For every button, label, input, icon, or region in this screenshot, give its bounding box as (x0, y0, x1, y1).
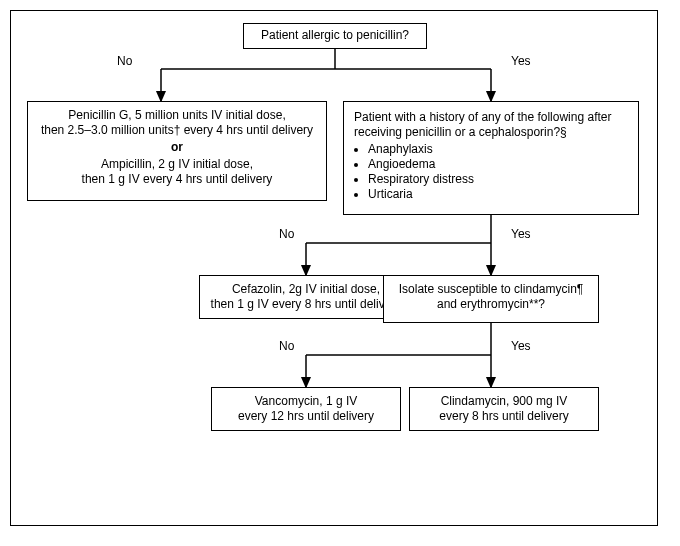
line: then 1 g IV every 8 hrs until delivery (208, 297, 404, 312)
branch-label-no: No (117, 54, 132, 68)
text: Patient allergic to penicillin? (261, 28, 409, 42)
line: then 2.5–3.0 million units† every 4 hrs … (36, 123, 318, 138)
line: then 1 g IV every 4 hrs until delivery (36, 172, 318, 187)
branch-label-yes: Yes (511, 227, 531, 241)
box-vancomycin: Vancomycin, 1 g IV every 12 hrs until de… (211, 387, 401, 431)
box-penicillin-ampicillin: Penicillin G, 5 million units IV initial… (27, 101, 327, 201)
box-history-reactions: Patient with a history of any of the fol… (343, 101, 639, 215)
line: Clindamycin, 900 mg IV (418, 394, 590, 409)
branch-label-yes: Yes (511, 54, 531, 68)
intro: Patient with a history of any of the fol… (354, 110, 628, 140)
branch-label-no: No (279, 339, 294, 353)
line: Cefazolin, 2g IV initial dose, (208, 282, 404, 297)
list-item: Respiratory distress (368, 172, 628, 187)
flowchart-frame: Patient allergic to penicillin? No Yes P… (10, 10, 658, 526)
line: every 8 hrs until delivery (418, 409, 590, 424)
box-clindamycin: Clindamycin, 900 mg IV every 8 hrs until… (409, 387, 599, 431)
list-item: Angioedema (368, 157, 628, 172)
line: Isolate susceptible to clindamycin¶ (392, 282, 590, 297)
list-item: Urticaria (368, 187, 628, 202)
box-cefazolin: Cefazolin, 2g IV initial dose, then 1 g … (199, 275, 413, 319)
reaction-list: Anaphylaxis Angioedema Respiratory distr… (354, 142, 628, 202)
line-or: or (36, 140, 318, 155)
line: every 12 hrs until delivery (220, 409, 392, 424)
list-item: Anaphylaxis (368, 142, 628, 157)
box-isolate-susceptible: Isolate susceptible to clindamycin¶ and … (383, 275, 599, 323)
line: and erythromycin**? (392, 297, 590, 312)
line: Penicillin G, 5 million units IV initial… (36, 108, 318, 123)
branch-label-no: No (279, 227, 294, 241)
branch-label-yes: Yes (511, 339, 531, 353)
decision-allergic-to-penicillin: Patient allergic to penicillin? (243, 23, 427, 49)
line: Ampicillin, 2 g IV initial dose, (36, 157, 318, 172)
connectors (11, 11, 659, 527)
line: Vancomycin, 1 g IV (220, 394, 392, 409)
